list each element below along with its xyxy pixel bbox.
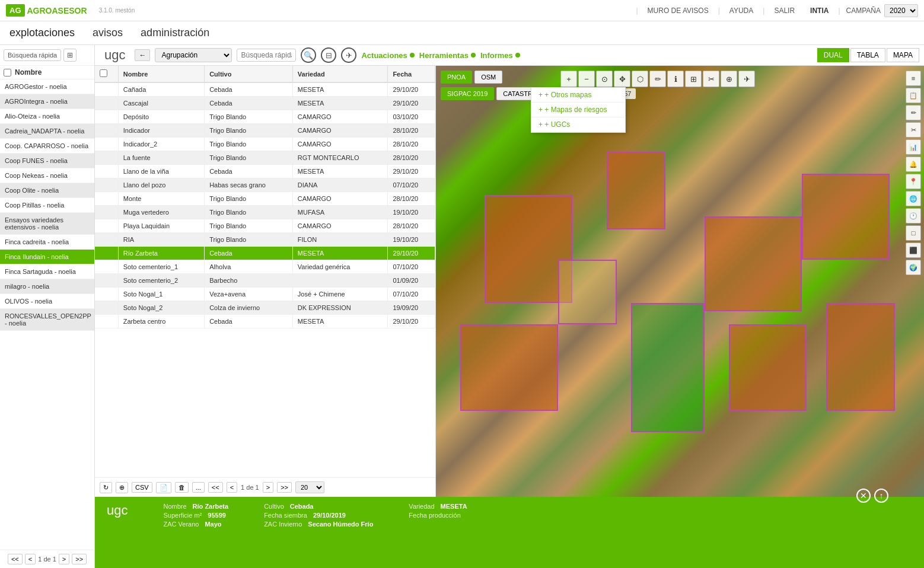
sidebar-next-page[interactable]: > — [59, 554, 69, 564]
col-header-cultivo[interactable]: Cultivo — [205, 66, 293, 82]
table-row[interactable]: CascajalCebadaMESETA29/10/20 — [95, 97, 435, 110]
sidebar-select-all[interactable] — [4, 69, 11, 76]
map-background[interactable] — [436, 66, 924, 497]
filter-icon[interactable]: ⊟ — [321, 47, 336, 63]
polygon-tool-btn[interactable]: ⬡ — [632, 71, 648, 87]
table-row[interactable]: Soto cementerio_2Barbecho01/09/20 — [95, 274, 435, 288]
list-item[interactable]: RONCESVALLES_OPEN2PP - noelia — [0, 309, 94, 331]
table-row[interactable]: DepósitoTrigo BlandoCAMARGO03/10/20 — [95, 110, 435, 124]
nav-explotaciones[interactable]: explotaciones — [9, 27, 75, 39]
list-item[interactable]: AGROGestor - noelia — [0, 79, 94, 94]
col-header-fecha[interactable]: Fecha — [388, 66, 435, 82]
list-item[interactable]: Coop Olite - noelia — [0, 183, 94, 198]
table-row[interactable]: Muga vertederoTrigo BlandoMUFASA19/10/20 — [95, 206, 435, 219]
table-row[interactable]: IndicadorTrigo BlandoCAMARGO28/10/20 — [95, 124, 435, 138]
table-row[interactable]: Llano de la viñaCebadaMESETA29/10/20 — [95, 165, 435, 178]
sidebar-search-button[interactable]: Búsqueda rápida — [4, 49, 61, 61]
group-select[interactable]: Agrupación — [155, 48, 232, 62]
pan-tool-btn[interactable]: ✥ — [614, 71, 630, 87]
layers-tool-btn[interactable]: ⊞ — [685, 71, 702, 87]
map-tool-4[interactable]: 📊 — [906, 139, 921, 155]
map-tool-10[interactable]: 🌍 — [906, 260, 921, 275]
map-tool-8[interactable]: □ — [906, 225, 921, 241]
sidebar-icon-button[interactable]: ⊞ — [63, 49, 77, 62]
table-scroll[interactable]: Nombre Cultivo Variedad Fecha CañadaCeba… — [95, 66, 435, 477]
view-tabla-button[interactable]: TABLA — [850, 48, 885, 62]
list-item[interactable]: Coop FUNES - noelia — [0, 154, 94, 168]
map-tab-osm[interactable]: OSM — [474, 71, 502, 84]
table-prev-page[interactable]: < — [227, 482, 237, 493]
ayuda-link[interactable]: AYUDA — [729, 7, 753, 15]
map-tool-7[interactable]: 🌐 — [906, 191, 921, 206]
table-row[interactable]: Zarbeta centroCebadaMESETA29/10/20 — [95, 315, 435, 328]
table-row[interactable]: Soto Nogal_2Colza de inviernoDK EXPRESSI… — [95, 301, 435, 315]
info-tool-btn[interactable]: ℹ — [667, 71, 684, 87]
map-tab-pnoa[interactable]: PNOA — [441, 71, 472, 84]
table-row[interactable]: Soto Nogal_1Veza+avenaJosé + Chimene07/1… — [95, 288, 435, 301]
search-icon[interactable]: 🔍 — [301, 47, 316, 63]
map-tool-9[interactable]: ⬛ — [906, 242, 921, 258]
nav-back-arrow[interactable]: ← — [135, 49, 150, 61]
list-item[interactable]: Finca cadreita - noelia — [0, 235, 94, 250]
table-row[interactable]: RIATrigo BlandoFILON19/10/20 — [95, 233, 435, 247]
list-item[interactable]: Alio-Oteiza - noelia — [0, 109, 94, 124]
drone-tool-btn[interactable]: ✈ — [738, 71, 755, 87]
col-header-variedad[interactable]: Variedad — [292, 66, 388, 82]
zoom-out-btn[interactable]: − — [578, 71, 595, 87]
zoom-in-btn[interactable]: + — [560, 71, 577, 87]
view-dual-button[interactable]: DUAL — [817, 48, 849, 62]
table-first-page[interactable]: << — [208, 482, 223, 493]
list-item[interactable]: milagro - noelia — [0, 279, 94, 294]
map-menu-btn[interactable]: ≡ — [906, 71, 921, 86]
locate-tool-btn[interactable]: ⊕ — [721, 71, 737, 87]
close-btn[interactable]: ✕ — [856, 489, 871, 503]
actuaciones-menu[interactable]: Actuaciones — [361, 51, 414, 60]
sidebar-last-page[interactable]: >> — [72, 554, 87, 564]
list-item[interactable]: Ensayos variedades extensivos - noelia — [0, 213, 94, 235]
export-icon[interactable]: ✈ — [341, 47, 356, 63]
map-tool-2[interactable]: ✏ — [906, 105, 921, 120]
sidebar-prev-page[interactable]: < — [25, 554, 36, 564]
table-row[interactable]: Soto cementerio_1AlholvaVariedad genéric… — [95, 260, 435, 274]
table-row[interactable]: La fuenteTrigo BlandoRGT MONTECARLO28/10… — [95, 151, 435, 165]
informes-menu[interactable]: Informes — [480, 51, 520, 60]
map-tab-sigpac[interactable]: SIGPAC 2019 — [441, 87, 494, 100]
table-row[interactable]: Indicador_2Trigo BlandoCAMARGO28/10/20 — [95, 138, 435, 151]
dropdown-mapas-riesgos[interactable]: + Mapas de riesgos — [531, 103, 625, 117]
salir-link[interactable]: SALIR — [774, 7, 795, 15]
table-per-page[interactable]: 20 50 100 — [295, 481, 324, 493]
view-mapa-button[interactable]: MAPA — [887, 48, 919, 62]
table-csv-btn[interactable]: CSV — [132, 482, 152, 493]
measure-tool-btn[interactable]: ✂ — [703, 71, 719, 87]
map-tool-3[interactable]: ✂ — [906, 122, 921, 138]
expand-btn[interactable]: ↑ — [874, 489, 888, 503]
nav-avisos[interactable]: avisos — [93, 27, 123, 39]
list-item[interactable]: Coop Nekeas - noelia — [0, 168, 94, 183]
map-tool-1[interactable]: 📋 — [906, 88, 921, 103]
zoom-extent-btn[interactable]: ⊙ — [596, 71, 613, 87]
campaign-year-select[interactable]: 2020 2019 2021 — [884, 4, 918, 17]
nav-administracion[interactable]: administración — [141, 27, 209, 39]
col-header-nombre[interactable]: Nombre — [118, 66, 204, 82]
edit-tool-btn[interactable]: ✏ — [649, 71, 666, 87]
list-item-finca-ilundain[interactable]: Finca Ilundain - noelia — [0, 250, 94, 264]
list-item[interactable]: Finca Sartaguda - noelia — [0, 264, 94, 279]
table-refresh-btn[interactable]: ↻ — [100, 482, 112, 493]
list-item[interactable]: OLIVOS - noelia — [0, 294, 94, 309]
list-item[interactable]: AGROIntegra - noelia — [0, 94, 94, 109]
table-row[interactable]: CañadaCebadaMESETA29/10/20 — [95, 82, 435, 97]
table-last-page[interactable]: >> — [277, 482, 292, 493]
table-row[interactable]: Llano del pozoHabas secas granoDIANA07/1… — [95, 178, 435, 192]
dropdown-ugcs[interactable]: + UGCs — [531, 117, 625, 132]
herramientas-menu[interactable]: Herramientas — [419, 51, 476, 60]
list-item[interactable]: Coop. CAPARROSO - noelia — [0, 139, 94, 154]
table-more-btn[interactable]: ... — [192, 482, 205, 493]
map-tool-5[interactable]: 🔔 — [906, 157, 921, 172]
table-select-all[interactable] — [100, 69, 107, 77]
content-search-input[interactable] — [237, 49, 296, 62]
table-row[interactable]: Playa LaquidainTrigo BlandoCAMARGO28/10/… — [95, 219, 435, 233]
table-delete-btn[interactable]: 🗑 — [175, 482, 189, 493]
table-copy-btn[interactable]: ⊕ — [116, 482, 128, 493]
map-tool-clock[interactable]: 🕐 — [906, 208, 921, 224]
dropdown-otros-mapas[interactable]: + Otros mapas — [531, 88, 625, 103]
